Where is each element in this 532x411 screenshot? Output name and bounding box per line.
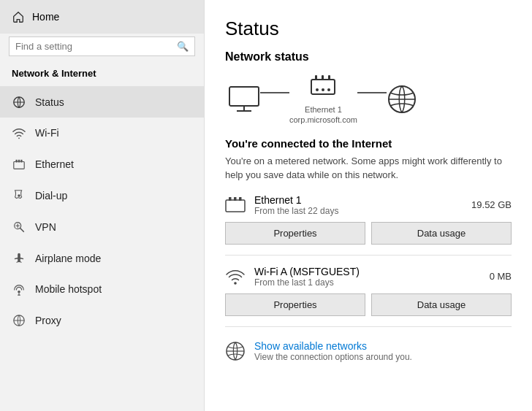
search-input[interactable] [15, 41, 172, 52]
globe-icon [387, 84, 417, 115]
home-label: Home [32, 11, 59, 23]
wifi-card-subtitle: From the last 1 days [254, 277, 360, 288]
page-title: Status [225, 18, 512, 40]
svg-rect-14 [311, 80, 335, 94]
wifi-card-name: Wi-Fi A (MSFTGUEST) [254, 266, 360, 277]
show-networks-info: Show available networks View the connect… [254, 340, 412, 362]
svg-point-1 [18, 137, 20, 139]
svg-point-26 [234, 282, 237, 285]
ethernet-data-usage-button[interactable]: Data usage [371, 222, 512, 245]
router-icon [310, 74, 336, 101]
ethernet-card-subtitle: From the last 22 days [254, 206, 338, 216]
network-card-ethernet-header: Ethernet 1 From the last 22 days 19.52 G… [225, 194, 512, 216]
home-icon [12, 10, 25, 23]
ethernet-card-buttons: Properties Data usage [225, 222, 512, 245]
diagram-internet-node [387, 84, 417, 115]
card-divider-2 [225, 326, 512, 327]
ethernet-card-icon [225, 195, 246, 215]
sidebar-item-proxy-label: Proxy [35, 315, 61, 326]
ethernet-card-left: Ethernet 1 From the last 22 days [225, 194, 338, 216]
sidebar-item-vpn[interactable]: VPN [0, 211, 204, 242]
dialup-icon [12, 189, 26, 203]
svg-rect-22 [226, 200, 245, 212]
connection-status-desc: You're on a metered network. Some apps m… [225, 154, 503, 183]
svg-rect-15 [315, 75, 317, 80]
connection-status-title: You're connected to the Internet [225, 137, 512, 150]
svg-rect-17 [328, 75, 330, 80]
ethernet-card-name: Ethernet 1 [254, 194, 338, 206]
svg-rect-25 [239, 197, 242, 201]
ethernet-icon [12, 158, 26, 172]
sidebar-item-vpn-label: VPN [35, 221, 56, 233]
sidebar-section-title: Network & Internet [0, 62, 204, 86]
show-networks-button[interactable]: Show available networks View the connect… [225, 337, 512, 365]
search-icon: 🔍 [177, 41, 189, 52]
sidebar-item-airplane[interactable]: Airplane mode [0, 242, 204, 274]
sidebar-item-dialup-label: Dial-up [35, 190, 67, 201]
hotspot-icon [12, 283, 26, 296]
diagram-router-node: Ethernet 1corp.microsoft.com [289, 74, 357, 126]
sidebar-home-button[interactable]: Home [0, 0, 204, 34]
svg-rect-11 [229, 87, 259, 106]
wifi-card-left: Wi-Fi A (MSFTGUEST) From the last 1 days [225, 266, 360, 288]
sidebar-item-ethernet[interactable]: Ethernet [0, 149, 204, 180]
sidebar-item-wifi[interactable]: Wi-Fi [0, 118, 204, 149]
sidebar-item-hotspot-label: Mobile hotspot [35, 283, 102, 295]
diagram-pc-node [228, 85, 260, 113]
show-networks-title: Show available networks [254, 340, 412, 352]
ethernet-properties-button[interactable]: Properties [225, 222, 365, 245]
svg-rect-23 [229, 197, 232, 201]
svg-point-20 [327, 88, 330, 91]
sidebar-item-ethernet-label: Ethernet [35, 158, 74, 170]
wifi-icon [12, 126, 26, 140]
proxy-icon [12, 314, 26, 328]
show-networks-icon [225, 341, 246, 361]
diagram-line-1 [260, 92, 289, 93]
vpn-icon [12, 220, 26, 234]
wifi-card-size: 0 MB [490, 271, 512, 282]
sidebar-item-status[interactable]: Status [0, 86, 204, 118]
svg-point-19 [322, 88, 324, 91]
network-status-title: Network status [225, 50, 512, 64]
sidebar-item-status-label: Status [35, 96, 64, 108]
pc-icon [228, 85, 260, 113]
wifi-data-usage-button[interactable]: Data usage [371, 293, 512, 316]
diagram-router-label: Ethernet 1corp.microsoft.com [289, 104, 357, 126]
svg-rect-16 [322, 75, 324, 80]
network-card-wifi: Wi-Fi A (MSFTGUEST) From the last 1 days… [225, 266, 512, 316]
svg-rect-24 [234, 197, 237, 201]
svg-point-18 [316, 88, 319, 91]
wifi-card-icon [225, 266, 246, 286]
diagram-line-2 [357, 92, 387, 93]
ethernet-card-info: Ethernet 1 From the last 22 days [254, 194, 338, 216]
wifi-card-info: Wi-Fi A (MSFTGUEST) From the last 1 days [254, 266, 360, 288]
svg-rect-3 [16, 159, 18, 162]
svg-rect-5 [20, 159, 22, 162]
show-networks-subtitle: View the connection options around you. [254, 352, 412, 362]
wifi-properties-button[interactable]: Properties [225, 293, 365, 316]
search-box[interactable]: 🔍 [9, 37, 195, 56]
sidebar-item-proxy[interactable]: Proxy [0, 305, 204, 337]
svg-rect-2 [14, 161, 24, 169]
airplane-icon [12, 251, 26, 265]
svg-rect-4 [18, 159, 20, 162]
network-card-wifi-header: Wi-Fi A (MSFTGUEST) From the last 1 days… [225, 266, 512, 288]
sidebar-item-airplane-label: Airplane mode [35, 253, 101, 264]
main-content: Status Network status [205, 0, 532, 411]
card-divider-1 [225, 255, 512, 256]
sidebar-item-wifi-label: Wi-Fi [35, 127, 59, 139]
sidebar-item-hotspot[interactable]: Mobile hotspot [0, 274, 204, 305]
wifi-card-buttons: Properties Data usage [225, 293, 512, 316]
network-card-ethernet: Ethernet 1 From the last 22 days 19.52 G… [225, 194, 512, 245]
ethernet-card-size: 19.52 GB [471, 199, 512, 210]
svg-point-7 [18, 291, 20, 293]
network-diagram: Ethernet 1corp.microsoft.com [225, 74, 512, 126]
sidebar-item-dialup[interactable]: Dial-up [0, 180, 204, 212]
sidebar: Home 🔍 Network & Internet Status Wi-Fi [0, 0, 205, 411]
status-icon [12, 95, 26, 109]
